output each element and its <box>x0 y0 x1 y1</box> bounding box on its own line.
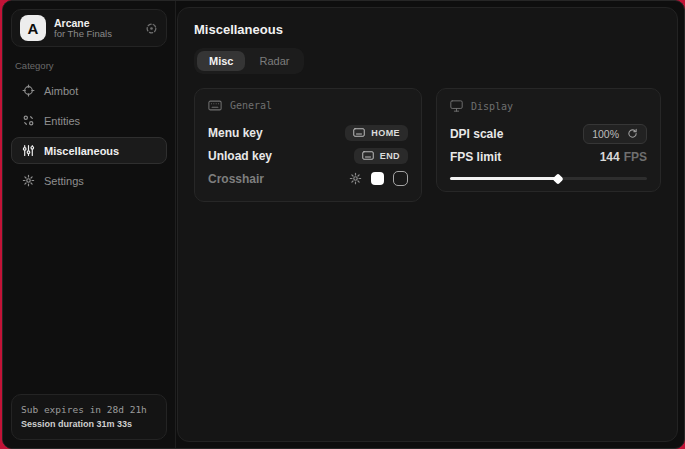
fps-slider-thumb[interactable] <box>553 173 564 184</box>
tab-bar: Misc Radar <box>194 48 304 74</box>
unload-key-label: Unload key <box>208 149 272 163</box>
crosshair-controls <box>349 171 408 186</box>
menu-key-value: HOME <box>371 128 400 138</box>
fps-limit-label: FPS limit <box>450 150 501 164</box>
unload-key-bind-button[interactable]: END <box>354 148 408 164</box>
gear-icon <box>21 174 35 187</box>
category-label: Category <box>15 60 167 71</box>
app-window: A Arcane for The Finals Category <box>2 0 685 449</box>
general-card: General Menu key HOME <box>194 88 422 202</box>
sidebar-item-settings[interactable]: Settings <box>11 167 167 194</box>
sidebar-item-label: Miscellaneous <box>44 145 119 157</box>
app-subtitle: for The Finals <box>54 29 137 40</box>
crosshair-icon <box>21 84 35 97</box>
fps-number: 144 <box>600 150 620 164</box>
dpi-scale-label: DPI scale <box>450 127 503 141</box>
sidebar-item-label: Entities <box>44 115 80 127</box>
tab-radar[interactable]: Radar <box>247 51 301 71</box>
dpi-scale-control[interactable]: 100% <box>583 124 647 144</box>
sync-icon[interactable] <box>145 22 158 35</box>
main-panel: Miscellaneous Misc Radar General <box>177 7 678 442</box>
crosshair-row: Crosshair <box>208 167 408 190</box>
dpi-scale-value: 100% <box>592 128 619 140</box>
display-card-header: Display <box>450 100 647 112</box>
fps-limit-slider[interactable] <box>450 177 647 180</box>
app-logo: A <box>20 15 46 41</box>
general-card-header: General <box>208 100 408 111</box>
fps-slider-fill <box>450 177 558 180</box>
crosshair-settings-gear-icon[interactable] <box>349 172 362 185</box>
keyboard-icon <box>353 128 365 137</box>
dpi-scale-row: DPI scale 100% <box>450 122 647 145</box>
sidebar: A Arcane for The Finals Category <box>3 1 176 448</box>
fps-limit-row: FPS limit 144FPS <box>450 145 647 168</box>
session-duration-text: Session duration 31m 33s <box>21 418 157 432</box>
refresh-icon[interactable] <box>627 128 638 139</box>
display-card-title: Display <box>471 101 513 112</box>
sidebar-nav: Aimbot Entities <box>11 77 167 194</box>
fps-limit-value: 144FPS <box>600 150 647 164</box>
app-names: Arcane for The Finals <box>54 17 137 40</box>
tab-misc[interactable]: Misc <box>197 51 245 71</box>
settings-cards: General Menu key HOME <box>194 88 661 202</box>
display-card: Display DPI scale 100% <box>436 88 661 192</box>
keyboard-icon <box>362 151 374 160</box>
page-title: Miscellaneous <box>194 22 661 37</box>
entities-icon <box>21 114 35 127</box>
sidebar-item-miscellaneous[interactable]: Miscellaneous <box>11 137 167 164</box>
subscription-status-card: Sub expires in 28d 21h Session duration … <box>11 394 167 440</box>
sub-expiry-text: Sub expires in 28d 21h <box>21 403 157 417</box>
crosshair-checkbox[interactable] <box>393 171 408 186</box>
menu-key-row: Menu key HOME <box>208 121 408 144</box>
sidebar-item-label: Aimbot <box>44 85 78 97</box>
sidebar-item-aimbot[interactable]: Aimbot <box>11 77 167 104</box>
general-card-title: General <box>230 100 272 111</box>
sidebar-item-entities[interactable]: Entities <box>11 107 167 134</box>
keyboard-icon <box>208 100 222 111</box>
menu-key-bind-button[interactable]: HOME <box>345 125 408 141</box>
app-header-card: A Arcane for The Finals <box>11 9 167 47</box>
sidebar-item-label: Settings <box>44 175 84 187</box>
menu-key-label: Menu key <box>208 126 263 140</box>
unload-key-value: END <box>380 151 400 161</box>
monitor-icon <box>450 100 463 112</box>
fps-unit: FPS <box>624 150 647 164</box>
app-title: Arcane <box>54 17 137 29</box>
crosshair-label: Crosshair <box>208 172 264 186</box>
crosshair-color-swatch[interactable] <box>371 172 384 185</box>
unload-key-row: Unload key END <box>208 144 408 167</box>
sliders-icon <box>21 144 35 157</box>
